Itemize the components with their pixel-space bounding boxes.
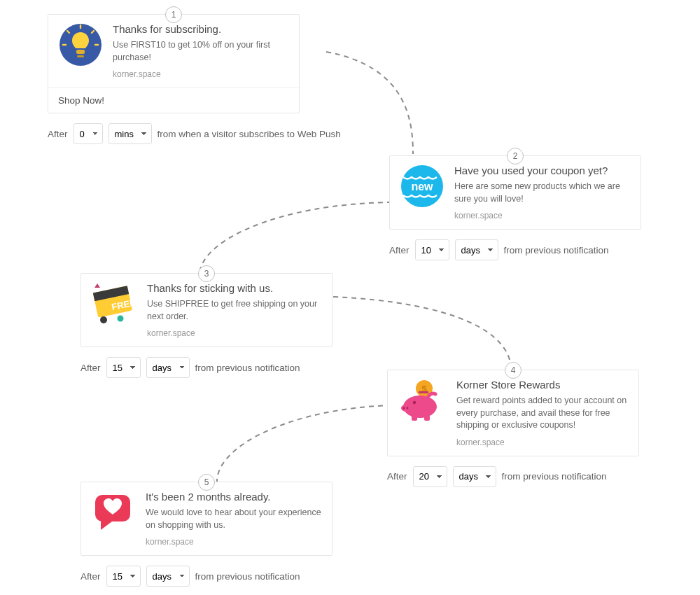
notification-card-1[interactable]: 1 Thanks for subscribing. Use FIRST10 to…	[48, 14, 300, 113]
timing-tail: from when a visitor subscribes to Web Pu…	[158, 129, 341, 139]
notification-title: Korner Store Rewards	[456, 379, 629, 391]
svg-rect-15	[424, 415, 430, 421]
workflow-canvas: 1 Thanks for subscribing. Use FIRST10 to…	[0, 0, 700, 595]
timing-row: After 0 mins from when a visitor subscri…	[48, 123, 341, 144]
notification-title: Have you used your coupon yet?	[454, 164, 631, 176]
step-2: 2 new Have you used your coupon yet? Her…	[389, 155, 641, 260]
step-5: 5 It's been 2 months already. We would l…	[80, 482, 332, 587]
timing-row: After 15 days from previous notification	[80, 566, 332, 587]
timing-prefix: After	[80, 571, 101, 582]
timing-row: After 15 days from previous notification	[80, 357, 332, 378]
timing-prefix: After	[48, 129, 68, 139]
svg-point-17	[403, 407, 405, 410]
notification-domain: korner.space	[146, 537, 322, 547]
step-number-badge: 4	[505, 362, 522, 379]
notification-cta-button[interactable]: Shop Now!	[48, 88, 299, 113]
timing-prefix: After	[389, 245, 410, 255]
notification-title: Thanks for subscribing.	[113, 23, 289, 35]
notification-domain: korner.space	[113, 69, 289, 79]
timing-tail: from previous notification	[504, 245, 609, 255]
step-4: 4 $	[387, 370, 639, 487]
timing-tail: from previous notification	[195, 363, 300, 373]
svg-rect-20	[419, 391, 428, 393]
notification-desc: Use SHIPFREE to get free shipping on you…	[147, 298, 322, 323]
notification-desc: Use FIRST10 to get 10% off on your first…	[113, 39, 289, 64]
piggy-bank-icon: $	[398, 379, 447, 424]
svg-point-19	[413, 401, 416, 404]
svg-marker-10	[94, 284, 100, 288]
delay-value-select[interactable]: 20	[413, 466, 447, 487]
delay-value-select[interactable]: 0	[74, 123, 103, 144]
delay-unit-select[interactable]: days	[453, 466, 496, 487]
svg-rect-1	[76, 50, 85, 54]
svg-point-18	[407, 407, 409, 410]
timing-tail: from previous notification	[502, 471, 607, 482]
step-number-badge: 1	[165, 6, 182, 23]
delay-unit-select[interactable]: days	[455, 239, 498, 260]
notification-card-2[interactable]: 2 new Have you used your coupon yet? Her…	[389, 155, 641, 230]
notification-card-4[interactable]: 4 $	[387, 370, 639, 456]
delay-value-select[interactable]: 10	[415, 239, 449, 260]
step-number-badge: 5	[198, 474, 215, 491]
svg-point-16	[401, 405, 411, 412]
heart-chat-icon	[91, 491, 136, 536]
notification-desc: Here are some new products which we are …	[454, 181, 631, 205]
step-1: 1 Thanks for subscribing. Use FIRST10 to…	[48, 14, 341, 144]
notification-domain: korner.space	[147, 328, 322, 338]
notification-domain: korner.space	[456, 438, 629, 447]
delay-value-select[interactable]: 15	[106, 566, 141, 587]
svg-rect-2	[77, 55, 84, 57]
notification-desc: Get reward points added to your account …	[456, 395, 629, 432]
lightbulb-icon	[58, 23, 103, 68]
notification-title: Thanks for sticking with us.	[147, 282, 322, 294]
new-badge-icon: new	[400, 164, 444, 209]
delay-value-select[interactable]: 15	[106, 357, 141, 378]
timing-prefix: After	[80, 363, 101, 373]
svg-point-9	[118, 316, 124, 322]
timing-prefix: After	[387, 471, 407, 482]
notification-domain: korner.space	[454, 211, 631, 220]
free-shipping-icon: FREE	[91, 282, 137, 327]
delay-unit-select[interactable]: days	[146, 357, 190, 378]
svg-rect-14	[412, 415, 417, 421]
notification-card-5[interactable]: 5 It's been 2 months already. We would l…	[80, 482, 332, 556]
delay-unit-select[interactable]: mins	[108, 123, 152, 144]
step-3: 3 FREE Thanks for sticking with us. Use …	[80, 273, 332, 378]
timing-row: After 20 days from previous notification	[387, 466, 639, 487]
timing-row: After 10 days from previous notification	[389, 239, 641, 260]
notification-desc: We would love to hear about your experie…	[146, 507, 322, 531]
step-number-badge: 3	[198, 265, 215, 282]
svg-text:new: new	[411, 181, 433, 192]
notification-card-3[interactable]: 3 FREE Thanks for sticking with us. Use …	[80, 273, 332, 347]
svg-point-8	[100, 316, 107, 323]
timing-tail: from previous notification	[195, 571, 300, 582]
delay-unit-select[interactable]: days	[146, 566, 190, 587]
notification-title: It's been 2 months already.	[146, 491, 322, 503]
step-number-badge: 2	[507, 148, 524, 164]
